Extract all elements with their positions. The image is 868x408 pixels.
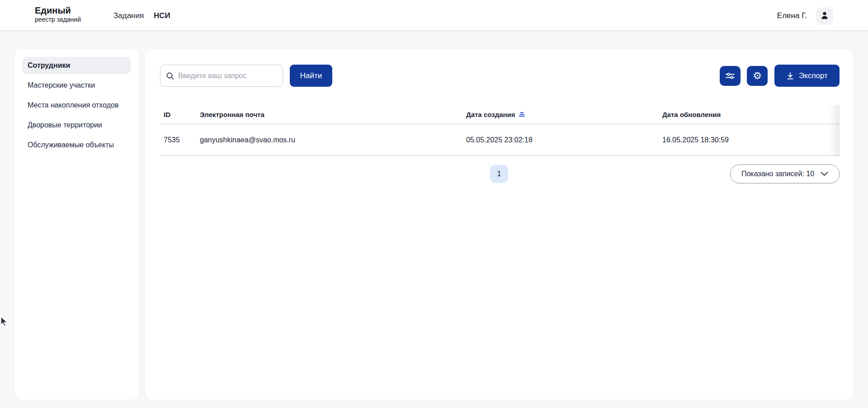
search-box [160,65,283,87]
column-header-created[interactable]: Дата создания [466,111,525,118]
app-logo: Единый реестр заданий [35,5,81,23]
app-logo-subtitle: реестр заданий [35,16,81,23]
avatar[interactable] [816,7,833,24]
table-row[interactable]: 7535 ganyushkinaea@svao.mos.ru 05.05.202… [161,124,840,156]
app-logo-title: Единый [35,5,81,16]
column-header-email[interactable]: Электронная почта [200,111,264,118]
sidebar-item-serviced-objects[interactable]: Обслуживаемые объекты [22,136,131,154]
search-icon [166,72,174,80]
column-header-id[interactable]: ID [164,111,170,118]
gear-icon: ⚙ [753,71,762,81]
cell-email: ganyushkinaea@svao.mos.ru [200,136,295,144]
filter-button[interactable] [720,66,741,86]
employees-table: ID Электронная почта Дата создания Дата … [161,105,840,156]
find-button[interactable]: Найти [290,65,332,87]
column-header-created-label: Дата создания [466,111,515,118]
sliders-icon [725,72,735,80]
download-icon [786,72,794,80]
cell-id: 7535 [164,136,180,144]
top-bar: Единый реестр заданий Задания НСИ Елена … [0,0,868,31]
mouse-cursor [0,316,8,329]
table-header-row: ID Электронная почта Дата создания Дата … [161,105,840,124]
page-size-select[interactable]: Показано записей: 10 [730,164,840,183]
sidebar-item-employees[interactable]: Сотрудники [22,57,131,74]
page-1-button[interactable]: 1 [490,165,508,183]
nav-item-nsi[interactable]: НСИ [154,0,170,31]
export-button[interactable]: Экспорт [774,65,840,87]
nav-item-tasks[interactable]: Задания [113,0,144,31]
main-panel: Найти ⚙ Экспорт ID Электронная почта [145,49,853,400]
user-name: Елена Г. [777,0,807,31]
column-header-updated[interactable]: Дата обновления [662,111,721,118]
search-input[interactable] [178,72,277,80]
sidebar: Сотрудники Мастерские участки Места нако… [14,49,138,400]
sidebar-item-workshop-areas[interactable]: Мастерские участки [22,77,131,94]
cell-updated: 16.05.2025 18:30:59 [662,136,729,144]
person-icon [820,11,829,21]
export-button-label: Экспорт [799,71,828,80]
cell-created: 05.05.2025 23:02:18 [466,136,533,144]
sidebar-item-waste-sites[interactable]: Места накопления отходов [22,97,131,114]
settings-button[interactable]: ⚙ [747,66,768,86]
sidebar-item-yard-territories[interactable]: Дворовые территории [22,117,131,134]
chevron-down-icon [821,172,828,176]
sort-ascending-icon[interactable] [519,112,525,117]
page-size-label: Показано записей: 10 [741,170,814,178]
